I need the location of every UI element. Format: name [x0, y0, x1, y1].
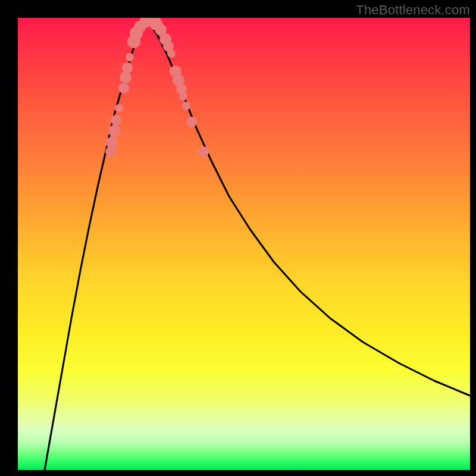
data-point	[179, 92, 187, 101]
watermark-text: TheBottleneck.com	[356, 2, 470, 18]
data-point	[108, 125, 120, 137]
data-point	[118, 83, 129, 93]
data-point	[115, 104, 123, 112]
data-point	[182, 102, 190, 110]
data-point	[120, 71, 131, 83]
curve-right-branch	[146, 20, 470, 396]
plot-area	[18, 18, 470, 470]
data-point	[186, 117, 197, 127]
curve-left-branch	[45, 20, 146, 470]
data-point	[167, 49, 176, 58]
data-point	[122, 62, 133, 73]
data-point	[106, 137, 118, 149]
bottleneck-curve	[18, 18, 470, 470]
data-point	[111, 115, 121, 126]
chart-frame: TheBottleneck.com	[0, 0, 476, 476]
data-point	[198, 146, 209, 157]
data-point	[126, 53, 134, 61]
